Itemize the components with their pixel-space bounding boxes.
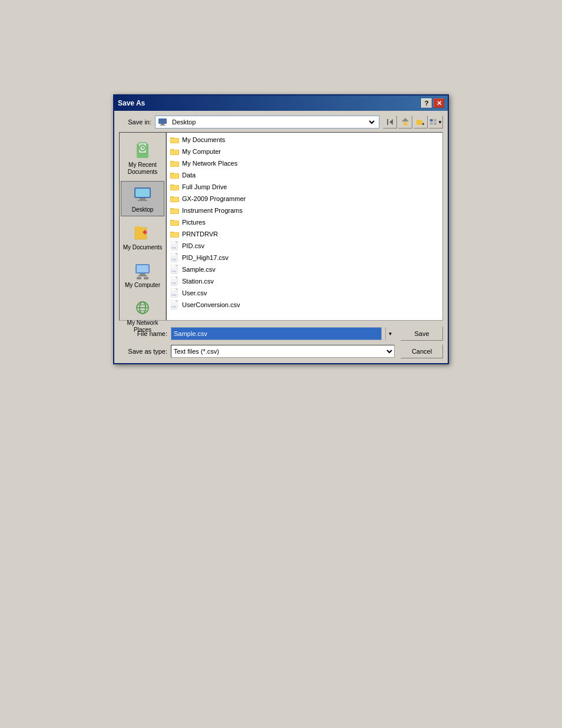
svg-rect-40 (171, 150, 178, 154)
save-button[interactable]: Save (401, 327, 443, 341)
sidebar-label-desktop: Desktop (132, 206, 154, 213)
svg-rect-58 (171, 221, 178, 225)
svg-rect-78 (176, 265, 177, 266)
folder-icon (170, 182, 180, 192)
cancel-area: Cancel (401, 344, 443, 358)
svg-line-17 (143, 148, 144, 149)
svg-rect-71 (176, 253, 177, 255)
sidebar-item-desktop[interactable]: Desktop (121, 181, 164, 216)
list-item[interactable]: GX-2009 Programmer (167, 193, 442, 205)
file-item-name: Instrument Programs (182, 207, 243, 214)
list-item[interactable]: CSV UserConversion.csv (167, 299, 442, 311)
svg-rect-26 (140, 274, 146, 275)
svg-rect-27 (138, 275, 147, 276)
up-button[interactable] (398, 116, 412, 129)
svg-rect-19 (135, 189, 150, 197)
location-select[interactable]: Desktop My Documents My Computer (170, 118, 376, 126)
network-icon (132, 297, 153, 318)
save-as-dialog: Save As ? ✕ Save in: Desktop My Document… (113, 94, 449, 364)
svg-rect-4 (404, 122, 407, 126)
svg-rect-99 (176, 300, 177, 302)
file-item-name: PID.csv (182, 242, 204, 249)
file-list[interactable]: My Documents My Computer My Network Plac… (166, 132, 443, 321)
sidebar-label-recent: My RecentDocuments (128, 162, 158, 176)
views-icon (429, 118, 437, 126)
back-button[interactable] (383, 116, 397, 129)
list-item[interactable]: PRNTDRVR (167, 228, 442, 240)
svg-rect-7 (416, 120, 419, 121)
toolbar-row: Save in: Desktop My Documents My Compute… (119, 116, 443, 129)
list-item[interactable]: CSV PID.csv (167, 240, 442, 252)
savetype-dropdown[interactable]: Text files (*.csv) (171, 345, 395, 358)
svg-rect-28 (137, 277, 141, 279)
list-item[interactable]: Data (167, 169, 442, 181)
svg-rect-92 (176, 288, 177, 290)
svg-rect-29 (144, 277, 148, 279)
svg-rect-10 (434, 119, 437, 121)
help-button[interactable]: ? (421, 98, 432, 108)
list-item[interactable]: Instrument Programs (167, 205, 442, 216)
new-folder-icon: + (416, 118, 425, 126)
csv-icon: CSV (170, 288, 180, 298)
svg-rect-85 (176, 276, 177, 278)
mycomputer-icon (132, 259, 153, 281)
bottom-area: File name: ▼ Save Save as type: Text fil… (119, 324, 443, 358)
sidebar-item-mycomputer[interactable]: My Computer (121, 256, 164, 292)
svg-rect-9 (430, 119, 433, 121)
svg-rect-55 (171, 209, 178, 213)
location-dropdown[interactable]: Desktop My Documents My Computer (155, 116, 379, 129)
svg-text:CSV: CSV (171, 258, 177, 261)
file-item-name: Sample.csv (182, 266, 216, 273)
svg-rect-1 (161, 124, 164, 125)
sidebar-item-recent[interactable]: My RecentDocuments (121, 136, 164, 179)
file-item-name: My Network Places (182, 160, 237, 167)
list-item[interactable]: CSV PID_High17.csv (167, 252, 442, 263)
savetype-label: Save as type: (119, 348, 167, 355)
file-item-name: My Computer (182, 148, 221, 155)
folder-icon (170, 170, 180, 180)
folder-icon (170, 229, 180, 239)
folder-icon (170, 147, 180, 156)
new-folder-button[interactable]: + (414, 116, 428, 129)
svg-rect-20 (140, 198, 146, 200)
folder-icon (170, 159, 180, 168)
filename-dropdown-arrow[interactable]: ▼ (385, 327, 395, 340)
svg-text:CSV: CSV (171, 246, 177, 249)
svg-rect-43 (171, 162, 178, 166)
svg-rect-23 (135, 226, 141, 229)
filename-input[interactable] (171, 327, 382, 340)
desktop-small-icon (158, 117, 167, 127)
list-item[interactable]: CSV Sample.csv (167, 263, 442, 275)
list-item[interactable]: My Computer (167, 146, 442, 157)
list-item[interactable]: Pictures (167, 216, 442, 228)
svg-rect-49 (171, 186, 178, 190)
file-item-name: Station.csv (182, 278, 214, 285)
file-item-name: User.csv (182, 289, 207, 297)
title-bar: Save As ? ✕ (114, 95, 448, 111)
filename-row: File name: ▼ Save (119, 327, 443, 341)
filename-label: File name: (119, 330, 167, 337)
list-item[interactable]: Full Jump Drive (167, 181, 442, 193)
close-button[interactable]: ✕ (434, 98, 444, 108)
save-in-label: Save in: (119, 118, 151, 126)
views-button[interactable]: ▼ (429, 116, 443, 129)
file-item-name: Pictures (182, 219, 206, 226)
folder-icon (170, 206, 180, 215)
list-item[interactable]: CSV Station.csv (167, 275, 442, 287)
svg-text:CSV: CSV (171, 305, 177, 308)
file-item-name: My Documents (182, 136, 225, 143)
cancel-button[interactable]: Cancel (401, 344, 443, 358)
csv-icon: CSV (170, 265, 180, 274)
savetype-select[interactable]: Text files (*.csv) (171, 345, 394, 357)
list-item[interactable]: My Documents (167, 134, 442, 146)
svg-rect-52 (171, 197, 178, 202)
folder-icon (170, 218, 180, 227)
svg-rect-46 (171, 174, 178, 178)
dialog-body: Save in: Desktop My Documents My Compute… (114, 111, 448, 363)
sidebar-item-mydocs[interactable]: My Documents (121, 219, 164, 254)
main-area: My RecentDocuments Desktop (119, 132, 443, 321)
list-item[interactable]: CSV User.csv (167, 287, 442, 299)
sidebar: My RecentDocuments Desktop (119, 132, 166, 321)
list-item[interactable]: My Network Places (167, 157, 442, 169)
svg-text:CSV: CSV (171, 294, 177, 297)
